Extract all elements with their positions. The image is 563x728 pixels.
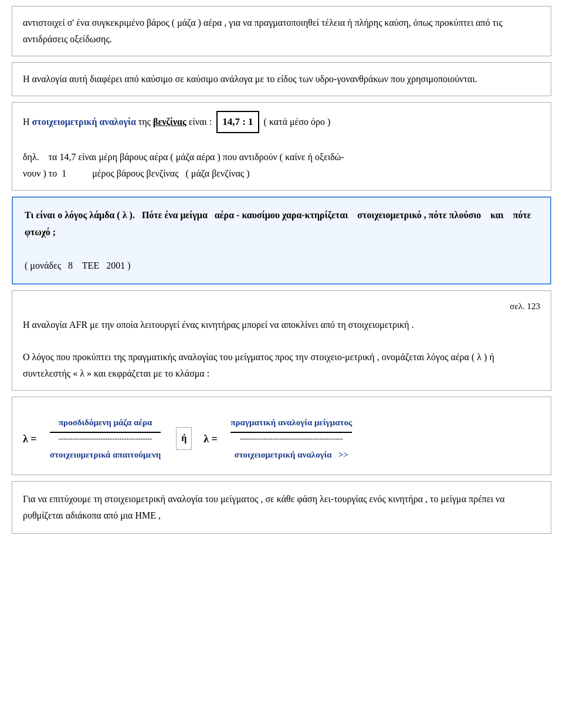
- section-4-question: Τι είναι ο λόγος λάμδα ( λ ). Πότε ένα μ…: [12, 197, 551, 285]
- fraction-right: πραγματική αναλογία μείγματος ----------…: [230, 415, 352, 463]
- formula-section: λ = προσδιδόμενη μάζα αέρα -------------…: [12, 397, 551, 475]
- fraction-left: προσδιδόμενη μάζα αέρα -----------------…: [50, 415, 161, 463]
- section3-suffix: είναι :: [186, 117, 214, 127]
- section-5: σελ. 123 Η αναλογία AFR με την οποία λει…: [12, 290, 551, 391]
- section3-paren: ( κατά μέσο όρο ): [262, 117, 331, 127]
- section3-line1: Η στοιχειομετρική αναλογία της βενζίνας …: [23, 111, 540, 133]
- page-ref: σελ. 123: [23, 299, 540, 314]
- arrow-label: >>: [338, 450, 348, 459]
- section-3: Η στοιχειομετρική αναλογία της βενζίνας …: [12, 102, 551, 191]
- or-box: ή: [176, 427, 192, 450]
- section-2: Η αναλογία αυτή διαφέρει από καύσιμο σε …: [12, 62, 551, 96]
- fraction-dashes-1: ----------------------------------------: [59, 433, 152, 446]
- section3-bold1: στοιχειομετρική αναλογία: [32, 117, 136, 127]
- section3-line2: δηλ. τα 14,7 είναι μέρη βάρους αέρα ( μά…: [23, 149, 540, 182]
- section3-middle: της: [136, 117, 153, 127]
- fraction-den-label-2: στοιχειομετρική αναλογία >>: [235, 446, 349, 463]
- section-1: αντιστοιχεί σ' ένα συγκεκριμένο βάρος ( …: [12, 6, 551, 56]
- section3-prefix: Η: [23, 117, 32, 127]
- fraction-dashes-2: ----------------------------------------…: [240, 433, 343, 446]
- question-line1: Τι είναι ο λόγος λάμδα ( λ ). Πότε ένα μ…: [25, 207, 538, 241]
- fraction-den-label-1: στοιχειομετρικά απαιτούμενη: [50, 446, 161, 463]
- section6-text: Για να επιτύχουμε τη στοιχειομετρική ανα…: [23, 491, 540, 524]
- lambda-symbol-1: λ =: [23, 429, 40, 448]
- section3-ratio: 14,7 : 1: [216, 111, 259, 133]
- section-6: Για να επιτύχουμε τη στοιχειομετρική ανα…: [12, 481, 551, 534]
- section1-text: αντιστοιχεί σ' ένα συγκεκριμένο βάρος ( …: [23, 15, 540, 48]
- fraction-num-label-2: πραγματική αναλογία μείγματος: [230, 415, 352, 433]
- section3-bold2: βενζίνας: [153, 117, 186, 127]
- section2-text: Η αναλογία αυτή διαφέρει από καύσιμο σε …: [23, 71, 540, 87]
- lambda-symbol-2: λ =: [204, 429, 221, 448]
- section5-text1: Η αναλογία AFR με την οποία λειτουργεί έ…: [23, 317, 540, 333]
- fraction-num-label-1: προσδιδόμενη μάζα αέρα: [50, 415, 161, 433]
- lambda-formula-row: λ = προσδιδόμενη μάζα αέρα -------------…: [23, 415, 540, 463]
- section5-text2: Ο λόγος που προκύπτει της πραγματικής αν…: [23, 349, 540, 382]
- question-line2: ( μονάδες 8 ΤΕΕ 2001 ): [25, 258, 538, 274]
